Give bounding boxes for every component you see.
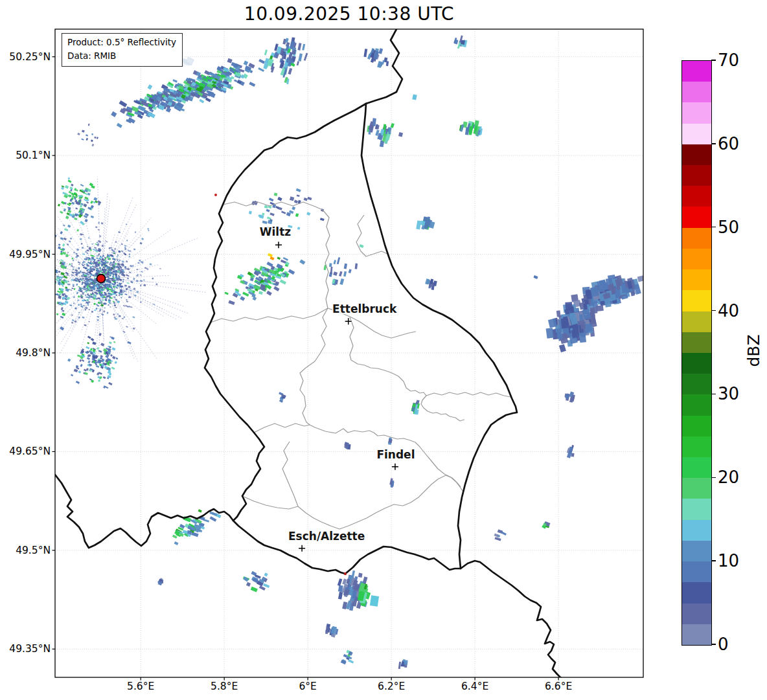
radar-cell [152, 277, 154, 279]
radar-cell [60, 251, 63, 253]
radar-cell [120, 297, 122, 299]
radar-cell [339, 278, 344, 285]
radar-cell [86, 346, 89, 349]
colorbar-tick-label: 50 [718, 218, 739, 237]
radar-cell [126, 240, 128, 242]
radar-cell [82, 359, 84, 362]
district-border-g4 [254, 423, 463, 491]
radar-cell [358, 573, 363, 578]
radar-cell [76, 381, 80, 384]
radar-cell [86, 138, 89, 141]
radar-cell [224, 292, 228, 295]
radar-cell [292, 207, 295, 210]
radar-cell [398, 132, 403, 137]
radar-cell [118, 250, 120, 253]
district-border-g3 [300, 308, 328, 425]
radar-cell [209, 512, 217, 516]
radar-cell [95, 308, 97, 310]
radar-cell [242, 291, 249, 297]
radar-cell [70, 289, 72, 291]
radar-cell [82, 317, 84, 319]
radar-cell [91, 144, 94, 146]
radar-cell [148, 230, 149, 231]
radar-cell [103, 376, 106, 379]
y-tick-label: 49.5°N [0, 545, 51, 556]
radar-cell [140, 284, 142, 286]
radar-cell [115, 306, 117, 308]
radar-cell [73, 284, 74, 286]
radar-cell [378, 48, 383, 54]
colorbar-segment-30-32.5dbz [682, 374, 711, 394]
radar-cell [126, 282, 129, 284]
colorbar-segment-35-37.5dbz [682, 332, 711, 353]
radar-cell [115, 357, 118, 360]
colorbar-segment-57.5-60dbz [682, 144, 711, 165]
radar-cell [86, 201, 89, 204]
radar-cell [268, 253, 273, 258]
radar-cell [307, 197, 312, 200]
radar-cell [159, 268, 161, 269]
radar-cell [72, 319, 74, 321]
radar-cell [85, 193, 88, 196]
radar-cell [240, 296, 245, 301]
radar-cell [227, 58, 233, 63]
radar-cell [81, 139, 84, 141]
colorbar-segment-47.5-50dbz [682, 228, 711, 249]
district-borders [211, 202, 510, 529]
radar-cell [96, 365, 99, 368]
radar-cell [64, 229, 68, 232]
radar-cell [91, 185, 95, 188]
radar-cell [377, 61, 382, 68]
radar-cell [102, 299, 104, 301]
radar-cell [88, 124, 90, 126]
radar-cell [294, 200, 298, 204]
y-tick-label: 50.25°N [0, 51, 51, 63]
radar-cell [73, 296, 75, 298]
radar-cell [277, 197, 282, 201]
radar-cell [110, 286, 112, 288]
radar-cell [127, 278, 129, 280]
radar-cell [174, 541, 179, 545]
colorbar-segment-42.5-45dbz [682, 269, 711, 290]
radar-cell [205, 98, 211, 102]
radar-cell [266, 291, 272, 296]
city-label: Esch/Alzette [288, 530, 365, 543]
radar-cell [228, 300, 235, 305]
radar-cell [113, 341, 115, 343]
radar-cell [121, 250, 124, 252]
colorbar-segment-37.5-40dbz [682, 311, 711, 332]
radar-cell [62, 313, 65, 316]
colorbar-tick-label: 30 [718, 384, 739, 403]
radar-cell [398, 662, 401, 669]
radar-cell [67, 252, 69, 253]
radar-cell [295, 213, 299, 217]
colorbar-segment-27.5-30dbz [682, 394, 711, 415]
colorbar-tick-label: 40 [718, 301, 739, 321]
radar-site-marker [97, 275, 105, 283]
radar-cell [61, 307, 63, 310]
radar-cell [84, 324, 87, 326]
radar-cell [338, 592, 343, 600]
radar-cell [533, 275, 538, 279]
radar-cell [244, 61, 249, 66]
colorbar-segment-20-22.5dbz [682, 457, 711, 478]
radar-cell [105, 386, 108, 389]
radar-cell [83, 192, 86, 194]
radar-cell [338, 578, 343, 586]
radar-cell [132, 316, 135, 318]
colorbar-tick [711, 560, 716, 561]
radar-cell [137, 274, 139, 276]
radar-cell [65, 185, 69, 189]
radar-cell [299, 259, 305, 264]
colorbar-segment-52.5-55dbz [682, 186, 711, 207]
radar-cell [86, 249, 89, 251]
radar-cell [304, 198, 308, 201]
radar-cell [97, 319, 99, 321]
radar-cell [63, 238, 67, 241]
colorbar-tick [711, 143, 716, 144]
radar-cell [266, 209, 270, 212]
radar-cell [71, 202, 74, 205]
radar-cell [69, 240, 71, 242]
colorbar-segment-50-52.5dbz [682, 207, 711, 227]
product-info-box: Product: 0.5° Reflectivity Data: RMIB [62, 33, 183, 67]
